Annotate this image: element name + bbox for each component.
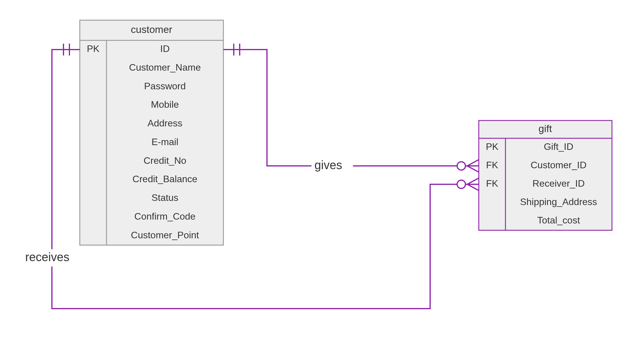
gift-attr-2: Receiver_ID	[532, 178, 585, 189]
customer-attr-9: Confirm_Code	[134, 211, 195, 222]
customer-attr-3: Mobile	[151, 99, 179, 110]
gift-attr-0: Gift_ID	[544, 141, 573, 152]
customer-attr-4: Address	[147, 118, 182, 128]
entity-gift-title: gift	[538, 123, 552, 134]
customer-key-0: PK	[87, 43, 100, 54]
svg-line-16	[467, 178, 479, 184]
entity-gift: gift PK Gift_ID FK Customer_ID FK Receiv…	[479, 120, 612, 230]
gift-key-2: FK	[486, 178, 498, 189]
customer-attr-7: Credit_Balance	[133, 174, 198, 184]
gift-attr-3: Shipping_Address	[520, 196, 597, 207]
entity-customer-title: customer	[131, 24, 172, 35]
svg-line-9	[467, 160, 479, 166]
customer-attr-0: ID	[160, 43, 170, 54]
customer-attr-1: Customer_Name	[129, 62, 201, 73]
customer-attr-8: Status	[152, 192, 179, 203]
erd-canvas: customer PK ID Customer_Name Password Mo…	[0, 0, 644, 338]
customer-attr-5: E-mail	[152, 137, 179, 147]
gift-key-1: FK	[486, 160, 498, 170]
relationship-gives: gives	[223, 44, 479, 174]
customer-attr-6: Credit_No	[144, 155, 186, 166]
gift-key-0: PK	[486, 141, 499, 152]
relationship-receives-label: receives	[25, 250, 69, 264]
customer-attr-2: Password	[144, 81, 186, 91]
svg-point-15	[457, 180, 465, 188]
svg-rect-3	[479, 120, 612, 230]
customer-attr-10: Customer_Point	[131, 230, 199, 240]
entity-customer: customer PK ID Customer_Name Password Mo…	[80, 20, 223, 245]
svg-line-11	[467, 166, 479, 172]
relationship-gives-label: gives	[314, 158, 342, 172]
svg-line-18	[467, 184, 479, 191]
gift-attr-4: Total_cost	[537, 215, 580, 226]
gift-attr-1: Customer_ID	[531, 160, 587, 170]
svg-point-8	[457, 162, 465, 170]
